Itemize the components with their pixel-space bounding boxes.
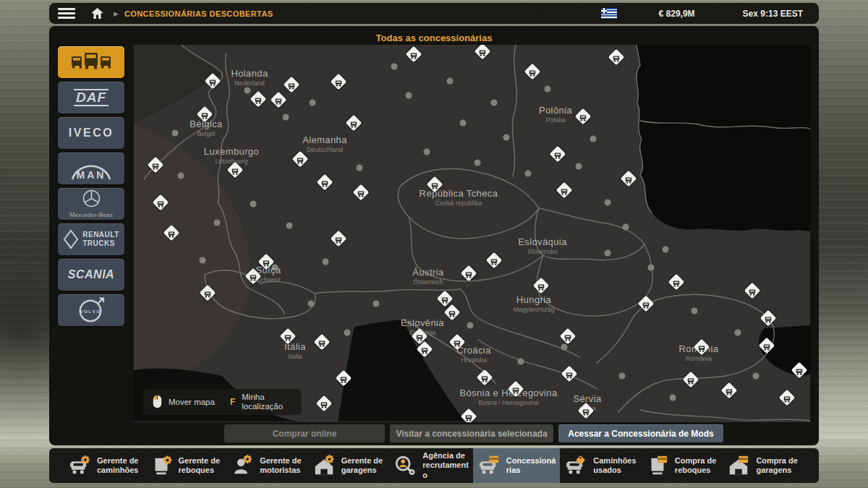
greece-flag-icon[interactable] — [601, 8, 617, 19]
toolbar-item-label: Gerente de garagens — [341, 456, 383, 475]
city-dot — [518, 359, 524, 365]
city-dot — [272, 265, 278, 271]
brand-filter-mercedes[interactable]: Mercedes-Benz — [58, 188, 124, 220]
page-title: Todas as concessionárias — [49, 33, 819, 43]
city-dot — [605, 200, 611, 206]
city-dot — [286, 223, 293, 229]
city-dot — [200, 257, 206, 264]
my-location-label: Minha localização — [242, 393, 292, 411]
toolbar-item-label: Gerente de motoristas — [260, 456, 301, 475]
toolbar-item-trailer-manager[interactable]: Gerente de reboques — [145, 448, 227, 483]
toolbar-item-label: Compra de garagens — [756, 456, 797, 475]
svg-text:MAN: MAN — [77, 169, 106, 181]
menu-icon[interactable] — [58, 8, 75, 19]
scania-logo: SCANIA — [68, 268, 114, 281]
action-buttons-row: Comprar online Visitar a concessionária … — [224, 424, 723, 442]
toolbar-item-label: Compra de reboques — [675, 456, 716, 475]
brand-filter-iveco[interactable]: IVECO — [58, 117, 124, 149]
city-dot — [283, 114, 289, 121]
move-map-label: Mover mapa — [169, 398, 215, 406]
brand-filter-sidebar: DAFIVECO MAN Mercedes-Benz RENAULTTRUCKS… — [58, 46, 124, 330]
city-dot — [692, 308, 698, 314]
city-dot — [663, 247, 669, 253]
mercedes-benz-logo: Mercedes-Benz — [69, 189, 113, 218]
toolbar-item-label: Concessioná rias — [506, 456, 556, 475]
city-dot — [172, 130, 179, 137]
buy-online-button[interactable]: Comprar online — [224, 424, 385, 442]
trailer-gear-icon — [150, 454, 173, 477]
city-dot — [545, 86, 551, 93]
city-dot — [503, 134, 510, 141]
toolbar-item-used-trucks[interactable]: Caminhões usados — [560, 448, 642, 483]
city-dot — [214, 220, 221, 226]
toolbar-item-trailer-purchase[interactable]: Compra de reboques — [642, 448, 723, 483]
breadcrumb: CONCESSIONÁRIAS DESCOBERTAS — [124, 9, 273, 18]
truck-card-icon — [477, 454, 501, 477]
f-key-hint: F — [230, 397, 235, 407]
city-dot — [424, 149, 430, 155]
garage-card-icon — [727, 454, 750, 477]
truck-gear-icon — [68, 454, 91, 477]
city-dot — [373, 301, 380, 307]
city-dot — [735, 330, 741, 336]
svg-text:VOLVO: VOLVO — [80, 309, 101, 314]
mouse-icon — [153, 395, 162, 408]
city-dot — [753, 373, 760, 380]
visit-selected-dealer-button[interactable]: Visitar a concessionária selecionada — [390, 424, 553, 442]
toolbar-item-label: Caminhões usados — [593, 456, 636, 475]
city-dot — [475, 160, 481, 166]
trailer-card-icon — [646, 454, 669, 477]
toolbar-item-dealers[interactable]: Concessioná rias — [473, 448, 560, 483]
toolbar-item-garage-purchase[interactable]: Compra de garagens — [723, 448, 804, 483]
toolbar-item-label: Agência de recrutament o — [422, 451, 469, 480]
renault-trucks-logo: RENAULTTRUCKS — [63, 229, 119, 249]
city-dot — [670, 395, 676, 401]
money-balance: € 829,9M — [659, 9, 695, 19]
garage-gear-icon — [312, 454, 336, 477]
brand-filter-daf[interactable]: DAF — [58, 82, 124, 114]
toolbar-item-label: Gerente de caminhões — [97, 456, 138, 475]
brand-filter-all[interactable] — [58, 46, 124, 78]
volvo-logo: VOLVO — [77, 296, 106, 325]
map-hint-overlay: Mover mapa F Minha localização — [143, 389, 302, 415]
toolbar-item-driver-manager[interactable]: Gerente de motoristas — [226, 448, 308, 483]
city-dot — [576, 163, 582, 170]
city-dot — [467, 322, 474, 329]
city-dot — [561, 344, 568, 351]
map-borders — [134, 45, 810, 422]
map[interactable]: HolandaNederlandBélgicaBelgiëLuxemburgoL… — [134, 45, 810, 422]
driver-gear-icon — [231, 454, 254, 477]
city-dot — [447, 78, 454, 85]
daf-logo: DAF — [74, 89, 109, 106]
man-logo: MAN — [66, 157, 116, 181]
home-icon[interactable] — [91, 8, 103, 19]
city-dot — [406, 93, 412, 99]
city-dot — [525, 171, 532, 177]
brand-filter-scania[interactable]: SCANIA — [58, 259, 124, 291]
city-dot — [244, 87, 251, 94]
recruit-search-icon — [393, 454, 417, 477]
city-dot — [391, 64, 398, 70]
toolbar-item-recruitment-agency[interactable]: Agência de recrutament o — [389, 448, 473, 483]
brand-filter-renault[interactable]: RENAULTTRUCKS — [58, 223, 124, 255]
toolbar-item-garage-manager[interactable]: Gerente de garagens — [308, 448, 390, 483]
city-dot — [648, 265, 655, 271]
truck-tag-icon — [564, 454, 587, 477]
dealer-map-panel: Todas as concessionárias DAFIVECO MAN Me… — [49, 26, 819, 445]
brand-filter-man[interactable]: MAN — [58, 153, 124, 184]
top-bar: ▶ CONCESSIONÁRIAS DESCOBERTAS € 829,9M S… — [49, 3, 819, 24]
toolbar-item-truck-manager[interactable]: Gerente de caminhões — [64, 448, 145, 483]
mods-dealer-button[interactable]: Acessar a Concessionária de Mods — [558, 424, 723, 442]
brand-filter-volvo[interactable]: VOLVO — [58, 294, 124, 326]
city-dot — [250, 201, 257, 207]
breadcrumb-chevron-icon: ▶ — [114, 10, 119, 17]
all-brands-trucks-icon — [68, 48, 114, 77]
city-dot — [357, 165, 363, 171]
iveco-logo: IVECO — [69, 127, 114, 140]
city-dot — [491, 100, 498, 106]
toolbar-item-label: Gerente de reboques — [179, 456, 220, 475]
city-dot — [344, 330, 351, 336]
city-dot — [460, 120, 467, 127]
city-dot — [623, 224, 629, 231]
city-dot — [590, 136, 597, 142]
